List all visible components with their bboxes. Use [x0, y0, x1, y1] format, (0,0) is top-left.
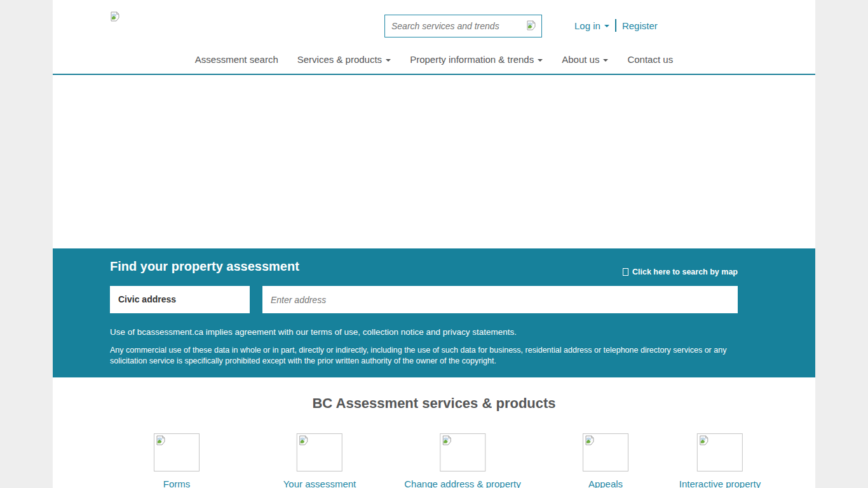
tile-label[interactable]: Appeals	[583, 478, 628, 488]
site-search	[384, 15, 542, 37]
chevron-down-icon	[604, 25, 609, 27]
main-nav: Assessment search Services & products Pr…	[53, 54, 815, 65]
map-link-label: Click here to search by map	[632, 268, 738, 276]
log-in-menu[interactable]: Log in	[574, 20, 609, 31]
divider	[615, 19, 616, 32]
address-type-select[interactable]: Civic address	[110, 286, 250, 313]
nav-contact-us[interactable]: Contact us	[627, 54, 673, 65]
account-links: Log in Register	[574, 19, 658, 32]
broken-image-icon	[697, 433, 743, 471]
nav-assessment-search[interactable]: Assessment search	[195, 54, 278, 65]
tile-label[interactable]: Your assessment	[283, 478, 356, 488]
find-assessment-banner: Find your property assessment Click here…	[53, 248, 815, 377]
copyright-statement: Any commercial use of these data in whol…	[110, 345, 742, 367]
broken-image-icon	[297, 433, 342, 471]
tile-your-assessment[interactable]: Your assessment	[283, 433, 356, 488]
tile-change-address-property[interactable]: Change address & property	[404, 433, 520, 488]
nav-label: Assessment search	[195, 54, 278, 65]
address-input[interactable]	[262, 286, 738, 313]
tile-label[interactable]: Interactive property	[679, 478, 761, 488]
search-by-map-link[interactable]: Click here to search by map	[623, 268, 738, 276]
tile-forms[interactable]: Forms	[154, 433, 200, 488]
chevron-down-icon	[603, 59, 608, 62]
nav-label: Contact us	[627, 54, 673, 65]
broken-image-icon	[526, 20, 536, 32]
broken-image-icon	[583, 433, 628, 471]
divider	[53, 74, 815, 75]
map-square-icon	[623, 268, 628, 276]
tile-label[interactable]: Change address & property	[404, 478, 520, 488]
broken-image-icon[interactable]	[110, 11, 120, 22]
address-search-form: Civic address	[110, 286, 738, 313]
tile-label[interactable]: Forms	[154, 478, 200, 488]
terms-statement: Use of bcassessment.ca implies agreement…	[110, 327, 517, 337]
services-products-heading: BC Assessment services & products	[53, 395, 815, 412]
register-link[interactable]: Register	[622, 20, 658, 31]
nav-about-us[interactable]: About us	[562, 54, 608, 65]
nav-property-information-trends[interactable]: Property information & trends	[410, 54, 543, 65]
nav-label: Services & products	[297, 54, 382, 65]
nav-label: About us	[562, 54, 599, 65]
chevron-down-icon	[538, 59, 543, 62]
broken-image-icon	[440, 433, 485, 471]
tile-interactive-property[interactable]: Interactive property	[679, 433, 761, 488]
nav-services-products[interactable]: Services & products	[297, 54, 391, 65]
banner-title: Find your property assessment	[110, 259, 299, 274]
log-in-label: Log in	[574, 20, 600, 31]
tile-appeals[interactable]: Appeals	[583, 433, 628, 488]
broken-image-icon	[154, 433, 200, 471]
bc-assessment-homepage: Log in Register Assessment search Servic…	[53, 0, 815, 488]
search-input[interactable]	[385, 21, 526, 31]
search-button[interactable]	[526, 20, 541, 32]
nav-label: Property information & trends	[410, 54, 534, 65]
chevron-down-icon	[386, 59, 391, 62]
